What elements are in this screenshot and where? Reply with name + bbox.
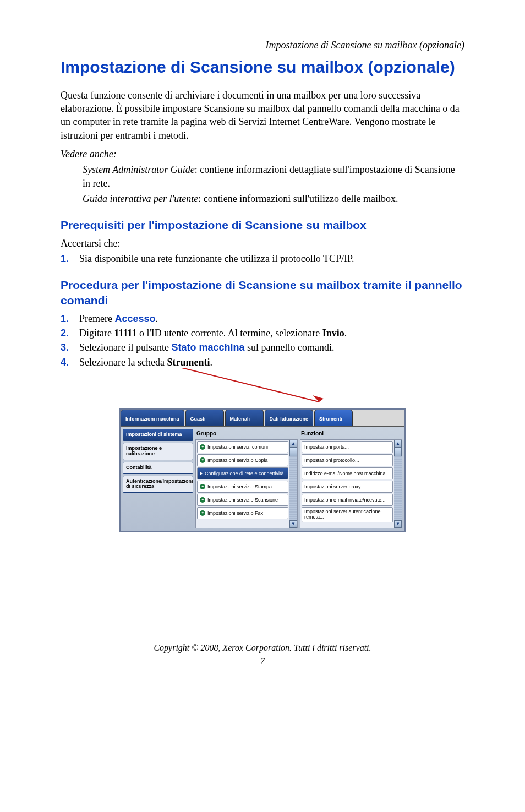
see-also-title: System Administrator Guide [83,164,195,175]
column-header-gruppo: Gruppo [195,429,298,440]
prereq-list: 1. Sia disponibile una rete funzionante … [61,252,464,265]
running-header: Impostazione di Scansione su mailbox (op… [61,39,464,52]
listbox-funzioni: Impostazioni porta... Impostazioni proto… [300,439,402,528]
sidebar-item-autenticazione-sicurezza[interactable]: Autenticazione/Impostazioni di sicurezza [123,476,193,493]
list-item: 2. Digitare 11111 o l'ID utente corrente… [61,326,464,340]
listbox-gruppo: ✦Impostazioni servizi comuni ✦Impostazio… [195,439,298,528]
step-number: 4. [61,356,79,369]
list-item[interactable]: ✦Impostazioni servizi comuni [197,441,288,453]
arrow-icon [182,368,341,411]
keyword-accesso: Accesso [114,313,155,324]
intro-paragraph: Questa funzione consente di archiviare i… [61,89,464,142]
svg-line-0 [182,368,319,402]
copyright-footer: Copyright © 2008, Xerox Corporation. Tut… [61,642,464,654]
list-item[interactable]: Impostazioni server autenticazione remot… [302,507,393,522]
step-text: Digitare 11111 o l'ID utente corrente. A… [79,326,347,340]
step-number: 1. [61,312,79,325]
tab-materiali[interactable]: Materiali [225,410,264,426]
sidebar: Impostazioni di sistema Impostazione e c… [123,429,193,528]
list-item[interactable]: Impostazioni server proxy... [302,481,393,493]
heading-prerequisites: Prerequisiti per l'impostazione di Scans… [61,217,464,233]
list-item[interactable]: ✦Impostazioni servizio Fax [197,507,288,519]
wrench-icon: ✦ [200,497,205,503]
play-icon [200,471,203,476]
wrench-icon: ✦ [200,510,205,516]
list-item-selected[interactable]: Configurazione di rete e connettività [197,467,288,479]
see-also-title: Guida interattiva per l'utente [83,193,198,204]
step-number: 1. [61,252,79,265]
see-also-item: System Administrator Guide: contiene inf… [83,163,464,190]
see-also-item: Guida interattiva per l'utente: contiene… [83,192,464,205]
tab-bar: Informazioni macchina Guasti Materiali D… [121,410,404,426]
tab-guasti[interactable]: Guasti [185,410,224,426]
list-item[interactable]: Impostazioni protocollo... [302,454,393,466]
list-item: 1. Sia disponibile una rete funzionante … [61,252,464,265]
page-title: Impostazione di Scansione su mailbox (op… [61,56,464,79]
arrow-annotation [61,370,464,408]
see-also-label: Vedere anche: [61,148,464,161]
step-number: 2. [61,326,79,340]
column-gruppo: Gruppo ✦Impostazioni servizi comuni ✦Imp… [195,429,298,528]
step-text: Premere Accesso. [79,312,158,325]
scroll-up-icon[interactable]: ▲ [289,440,297,448]
list-item: 1. Premere Accesso. [61,312,464,325]
scroll-down-icon[interactable]: ▼ [289,520,297,528]
sidebar-item-impostazioni-sistema[interactable]: Impostazioni di sistema [123,429,193,441]
scrollbar[interactable]: ▲ ▼ [394,440,402,528]
sidebar-item-impostazione-calibrazione[interactable]: Impostazione e calibrazione [123,443,193,460]
control-panel-screenshot: Informazioni macchina Guasti Materiali D… [119,408,406,532]
tab-dati-fatturazione[interactable]: Dati fatturazione [265,410,314,426]
list-item[interactable]: ✦Impostazioni servizio Scansione [197,494,288,506]
step-number: 3. [61,341,79,354]
scroll-thumb[interactable] [394,448,402,456]
column-funzioni: Funzioni Impostazioni porta... Impostazi… [300,429,402,528]
wrench-icon: ✦ [200,484,205,489]
scroll-thumb[interactable] [289,448,297,456]
keyword-stato-macchina: Stato macchina [171,342,244,353]
list-item[interactable]: Impostazioni porta... [302,441,393,453]
sidebar-item-contabilita[interactable]: Contabilità [123,462,193,474]
tab-informazioni-macchina[interactable]: Informazioni macchina [121,410,184,426]
list-item: 4. Selezionare la scheda Strumenti. [61,356,464,369]
step-text: Sia disponibile una rete funzionante che… [79,252,354,265]
procedure-list: 1. Premere Accesso. 2. Digitare 11111 o … [61,312,464,369]
wrench-icon: ✦ [200,457,205,463]
prereq-intro: Accertarsi che: [61,237,464,250]
list-item: 3. Selezionare il pulsante Stato macchin… [61,341,464,354]
scroll-down-icon[interactable]: ▼ [394,520,402,528]
scrollbar[interactable]: ▲ ▼ [289,440,297,528]
column-header-funzioni: Funzioni [300,429,402,440]
list-item[interactable]: ✦Impostazioni servizio Copia [197,454,288,466]
step-text: Selezionare il pulsante Stato macchina s… [79,341,334,354]
step-text: Selezionare la scheda Strumenti. [79,356,212,369]
wrench-icon: ✦ [200,444,205,450]
list-item[interactable]: Indirizzo e-mail/Nome host macchina... [302,467,393,479]
list-item[interactable]: Impostazioni e-mail inviate/ricevute... [302,494,393,506]
heading-procedure: Procedura per l'impostazione di Scansion… [61,277,464,309]
see-also-desc: : contiene informazioni sull'utilizzo de… [198,193,398,204]
page-number: 7 [61,655,464,667]
scroll-up-icon[interactable]: ▲ [394,440,402,448]
tab-strumenti[interactable]: Strumenti [314,410,353,426]
list-item[interactable]: ✦Impostazioni servizio Stampa [197,481,288,493]
